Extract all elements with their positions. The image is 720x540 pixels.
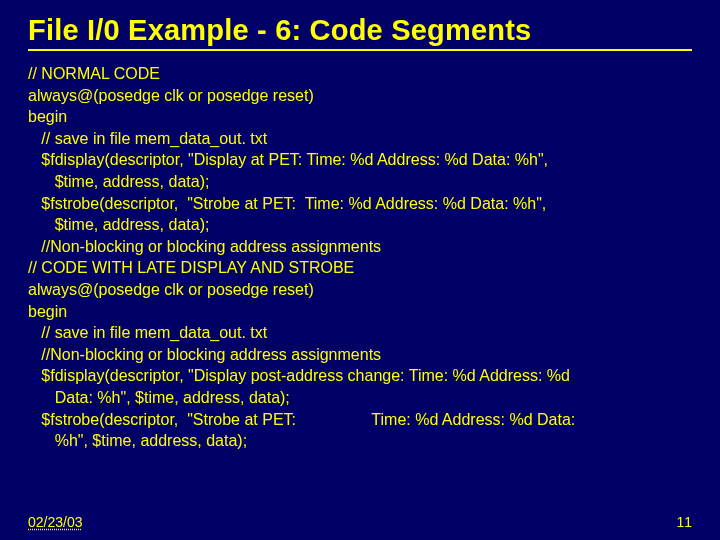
code-line: // CODE WITH LATE DISPLAY AND STROBE — [28, 257, 692, 279]
code-line: //Non-blocking or blocking address assig… — [28, 236, 692, 258]
slide-title: File I/0 Example - 6: Code Segments — [28, 14, 692, 51]
code-line: $fstrobe(descriptor, "Strobe at PET: Tim… — [28, 193, 692, 215]
code-line: %h", $time, address, data); — [28, 430, 692, 452]
code-line: //Non-blocking or blocking address assig… — [28, 344, 692, 366]
code-line: $time, address, data); — [28, 214, 692, 236]
code-line: always@(posedge clk or posedge reset) — [28, 279, 692, 301]
slide-container: File I/0 Example - 6: Code Segments // N… — [0, 0, 720, 452]
code-line: // save in file mem_data_out. txt — [28, 128, 692, 150]
slide-footer: 02/23/03 11 — [28, 514, 692, 530]
code-line: // save in file mem_data_out. txt — [28, 322, 692, 344]
code-line: $fdisplay(descriptor, "Display post-addr… — [28, 365, 692, 387]
footer-page-number: 11 — [676, 514, 692, 530]
code-line: $time, address, data); — [28, 171, 692, 193]
code-line: begin — [28, 106, 692, 128]
footer-date: 02/23/03 — [28, 514, 83, 530]
code-line: Data: %h", $time, address, data); — [28, 387, 692, 409]
code-line: $fdisplay(descriptor, "Display at PET: T… — [28, 149, 692, 171]
code-line: begin — [28, 301, 692, 323]
code-block: // NORMAL CODE always@(posedge clk or po… — [28, 63, 692, 452]
code-line: $fstrobe(descriptor, "Strobe at PET: Tim… — [28, 409, 692, 431]
code-line: always@(posedge clk or posedge reset) — [28, 85, 692, 107]
code-line: // NORMAL CODE — [28, 63, 692, 85]
